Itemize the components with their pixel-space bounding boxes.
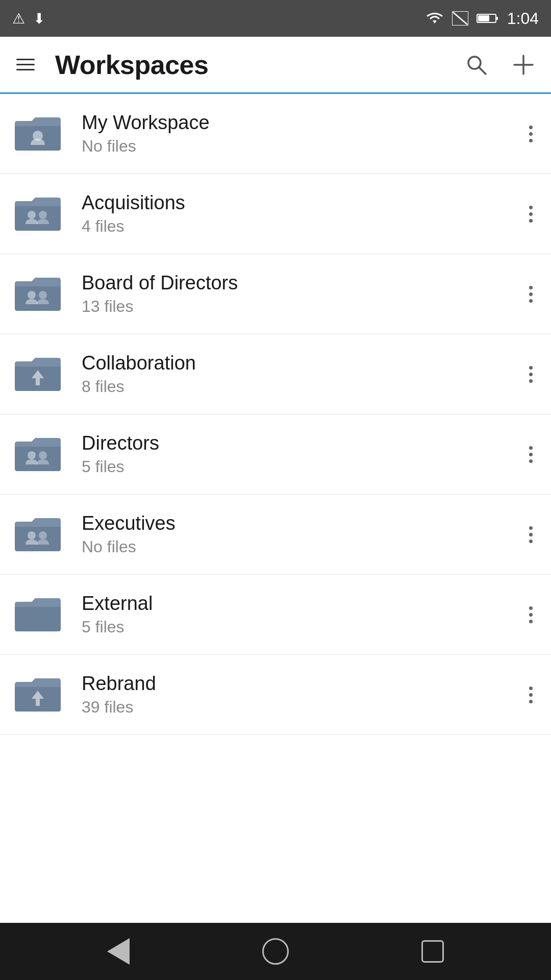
workspace-folder-icon [12, 188, 63, 239]
overflow-icon [529, 606, 533, 623]
workspace-name: External [82, 593, 523, 615]
svg-point-17 [39, 451, 47, 459]
status-bar-left [12, 10, 45, 27]
overflow-icon [529, 206, 533, 223]
list-item[interactable]: My Workspace No files [0, 94, 551, 174]
workspace-folder-icon [12, 349, 63, 400]
overflow-menu-button[interactable] [523, 440, 539, 469]
overflow-icon [529, 286, 533, 303]
workspace-name: Collaboration [82, 352, 523, 374]
workspace-name: My Workspace [82, 112, 523, 134]
svg-point-19 [39, 531, 47, 540]
workspace-folder-icon [12, 509, 63, 560]
svg-point-16 [28, 451, 36, 459]
svg-point-11 [28, 211, 36, 219]
status-bar-right: 1:04 [425, 9, 539, 28]
warning-icon [12, 10, 25, 27]
svg-point-12 [39, 211, 47, 219]
list-item[interactable]: Board of Directors 13 files [0, 254, 551, 334]
svg-rect-4 [496, 17, 498, 20]
home-button[interactable] [254, 930, 297, 973]
overflow-menu-button[interactable] [523, 360, 539, 389]
overflow-menu-button[interactable] [523, 600, 539, 629]
workspace-folder-icon [12, 429, 63, 480]
overflow-icon [529, 446, 533, 463]
workspace-file-count: 4 files [82, 217, 523, 236]
workspace-file-count: 39 files [82, 698, 523, 717]
status-time: 1:04 [507, 9, 539, 28]
add-button[interactable] [508, 50, 539, 80]
home-icon [262, 938, 289, 965]
svg-point-14 [39, 291, 47, 299]
list-item[interactable]: External 5 files [0, 575, 551, 655]
svg-line-2 [453, 12, 467, 24]
svg-point-18 [28, 531, 36, 540]
nav-bar [0, 923, 551, 980]
battery-icon [477, 12, 499, 24]
workspace-name: Board of Directors [82, 272, 523, 294]
menu-button[interactable] [12, 55, 39, 75]
workspace-file-count: No files [82, 537, 523, 556]
workspace-file-count: 5 files [82, 618, 523, 636]
list-item[interactable]: Acquisitions 4 files [0, 174, 551, 254]
recent-button[interactable] [413, 932, 452, 971]
workspace-info: External 5 files [82, 593, 523, 636]
plus-icon [512, 54, 535, 76]
overflow-menu-button[interactable] [523, 119, 539, 149]
list-item[interactable]: Directors 5 files [0, 414, 551, 495]
overflow-icon [529, 366, 533, 383]
search-button[interactable] [461, 50, 492, 80]
search-icon [465, 54, 488, 76]
svg-rect-5 [478, 15, 489, 21]
workspace-name: Acquisitions [82, 192, 523, 214]
list-item[interactable]: Rebrand 39 files [0, 655, 551, 735]
workspace-list: My Workspace No files [0, 94, 551, 923]
workspace-file-count: 13 files [82, 297, 523, 316]
workspace-name: Directors [82, 432, 523, 454]
list-item[interactable]: Collaboration 8 files [0, 334, 551, 414]
workspace-folder-icon [12, 268, 63, 320]
status-bar: 1:04 [0, 0, 551, 37]
workspace-info: Board of Directors 13 files [82, 272, 523, 316]
workspace-info: Directors 5 files [82, 432, 523, 476]
page-title: Workspaces [55, 50, 445, 80]
download-icon [33, 10, 45, 27]
overflow-menu-button[interactable] [523, 520, 539, 549]
app-bar-actions [461, 50, 539, 80]
workspace-name: Rebrand [82, 673, 523, 695]
overflow-menu-button[interactable] [523, 280, 539, 309]
workspace-info: Executives No files [82, 512, 523, 556]
signal-icon [452, 11, 468, 26]
workspace-info: My Workspace No files [82, 112, 523, 156]
svg-line-7 [479, 67, 486, 74]
workspace-file-count: 5 files [82, 457, 523, 476]
overflow-menu-button[interactable] [523, 200, 539, 229]
recent-icon [421, 940, 444, 963]
workspace-info: Collaboration 8 files [82, 352, 523, 396]
workspace-folder-icon [12, 589, 63, 640]
workspace-folder-icon [12, 669, 63, 720]
overflow-icon [529, 126, 533, 142]
workspace-info: Acquisitions 4 files [82, 192, 523, 236]
workspace-name: Executives [82, 512, 523, 534]
wifi-icon [425, 11, 444, 26]
workspace-info: Rebrand 39 files [82, 673, 523, 717]
workspace-file-count: 8 files [82, 377, 523, 396]
overflow-icon [529, 526, 533, 543]
svg-marker-0 [433, 20, 437, 23]
workspace-file-count: No files [82, 137, 523, 156]
app-bar: Workspaces [0, 37, 551, 94]
overflow-menu-button[interactable] [523, 680, 539, 709]
back-button[interactable] [99, 930, 138, 973]
workspace-folder-icon [12, 108, 63, 159]
svg-point-13 [28, 291, 36, 299]
list-item[interactable]: Executives No files [0, 495, 551, 575]
back-icon [107, 938, 130, 965]
overflow-icon [529, 687, 533, 703]
